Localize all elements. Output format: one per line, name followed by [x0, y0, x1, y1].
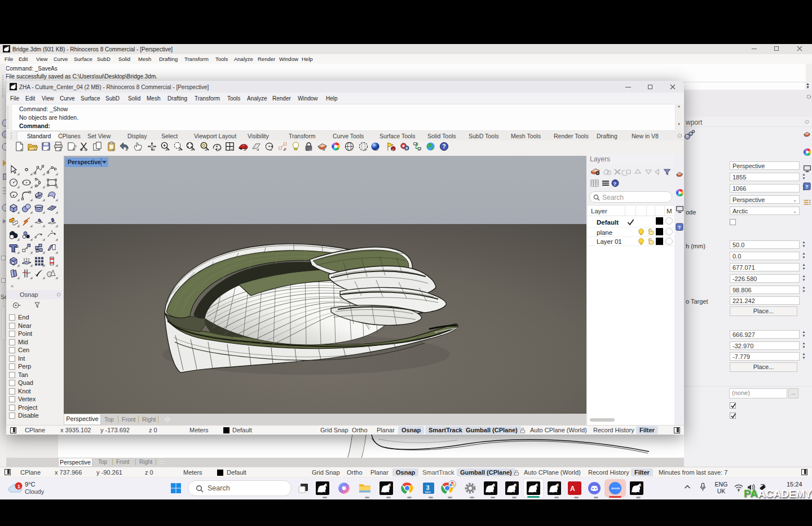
svg-text:?: ?	[614, 181, 617, 187]
svg-text:1: 1	[17, 483, 21, 489]
svg-text:3: 3	[426, 484, 430, 491]
svg-text:zoom: zoom	[611, 486, 620, 490]
svg-text:?: ?	[678, 225, 681, 230]
svg-text:A: A	[570, 485, 575, 493]
svg-text:MAX: MAX	[425, 491, 431, 494]
svg-text:?: ?	[442, 143, 445, 150]
